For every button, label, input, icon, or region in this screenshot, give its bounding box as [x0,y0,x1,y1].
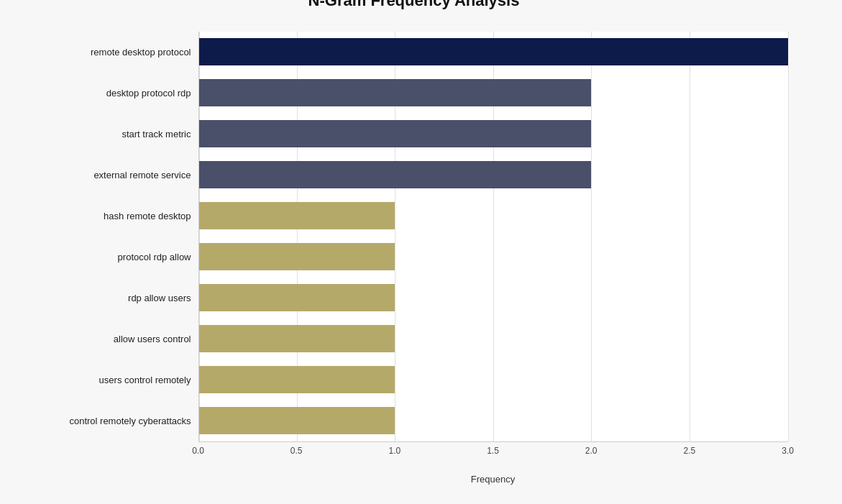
y-label: allow users control [40,319,198,359]
bar-row [199,32,788,73]
y-label: desktop protocol rdp [40,73,198,114]
bar-row [199,73,788,114]
bars-area [198,32,788,441]
chart-title: N-Gram Frequency Analysis [40,0,788,10]
x-tick: 3.0 [782,446,794,456]
grid-line [788,32,789,441]
chart-inner: remote desktop protocoldesktop protocol … [40,32,788,441]
x-tick: 0.0 [192,446,204,456]
bar [199,38,788,65]
bar [199,202,395,229]
x-tick: 1.5 [487,446,499,456]
bar-row [199,155,788,196]
bar [199,161,592,188]
bar-row [199,359,788,400]
bar [199,325,395,352]
x-tick: 2.5 [683,446,695,456]
chart-area: remote desktop protocoldesktop protocol … [40,32,788,485]
y-label: users control remotely [40,359,198,400]
bar [199,79,592,106]
bar [199,284,395,311]
x-tick: 0.5 [290,446,303,456]
bar-row [199,114,788,155]
x-axis-area: 0.00.51.01.52.02.53.0 [198,441,788,470]
bar-row [199,400,788,441]
bar [199,120,592,147]
bar-row [199,237,788,278]
x-axis-label: Frequency [198,474,788,485]
y-label: external remote service [40,155,198,196]
x-tick: 1.0 [388,446,401,456]
y-label: start track metric [40,114,198,155]
y-label: hash remote desktop [40,196,198,237]
bar-row [199,278,788,319]
y-labels: remote desktop protocoldesktop protocol … [40,32,198,441]
y-label: protocol rdp allow [40,237,198,278]
bar-row [199,196,788,237]
bar-row [199,319,788,359]
bar [199,366,395,393]
bar [199,243,395,270]
chart-container: N-Gram Frequency Analysis remote desktop… [26,0,817,504]
y-label: control remotely cyberattacks [40,400,198,441]
bar [199,407,395,434]
y-label: rdp allow users [40,278,198,319]
bars-wrapper [199,32,788,441]
x-tick: 2.0 [585,446,598,456]
y-label: remote desktop protocol [40,32,198,73]
